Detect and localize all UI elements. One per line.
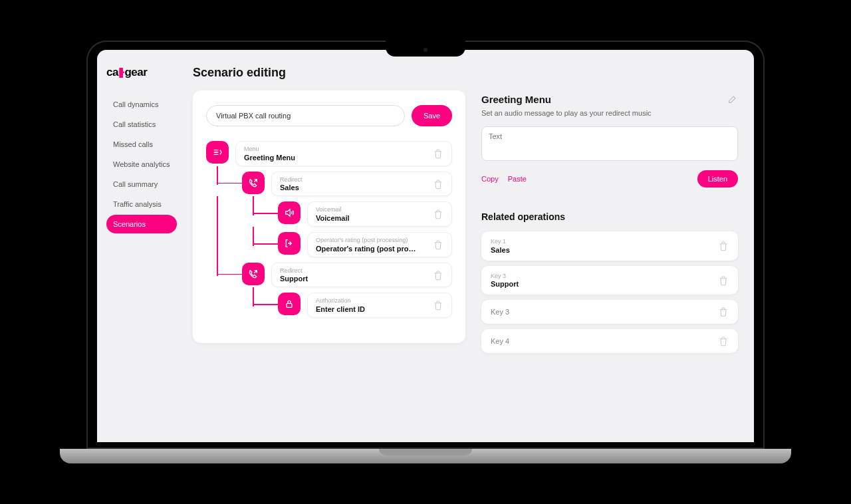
operation-row-key1[interactable]: Key 1 Sales (481, 231, 738, 261)
operation-row-key3-support[interactable]: Key 3 Support (481, 266, 738, 295)
sidebar-item-missed-calls[interactable]: Missed calls (106, 135, 177, 154)
listen-button[interactable]: Listen (697, 170, 738, 188)
trash-icon[interactable] (718, 307, 729, 317)
node-title-label: Voicemail (316, 214, 433, 222)
operation-label: Support (491, 280, 519, 288)
lock-icon (278, 293, 301, 315)
main-area: Scenario editing Save (183, 50, 754, 442)
node-type-label: Operator's rating (post processing) (316, 237, 433, 245)
panel-subtitle: Set an audio message to play as your red… (481, 109, 652, 117)
node-enter-client-id[interactable]: Authorization Enter client ID (206, 293, 452, 318)
edit-icon[interactable] (727, 94, 738, 104)
sidebar-item-call-statistics[interactable]: Call statistics (106, 115, 177, 134)
app-screen: ca|||·gear Call dynamics Call statistics… (97, 50, 754, 442)
page-title: Scenario editing (193, 66, 465, 80)
trash-icon[interactable] (433, 300, 443, 311)
operation-row-key3-empty[interactable]: Key 3 (481, 300, 738, 324)
scenario-card: Save Menu (193, 90, 465, 343)
speaker-icon (278, 201, 301, 224)
copy-button[interactable]: Copy (481, 175, 499, 183)
node-sales[interactable]: Redirect Sales (206, 172, 452, 197)
panel-title: Greeting Menu (481, 94, 652, 105)
svg-rect-0 (287, 304, 292, 308)
sidebar-item-scenarios[interactable]: Scenarios (106, 215, 177, 233)
sidebar-item-call-summary[interactable]: Call summary (106, 175, 177, 193)
scenario-column: Scenario editing Save (193, 66, 465, 442)
node-title-label: Sales (280, 184, 433, 191)
operation-key-label: Key 1 (491, 238, 510, 246)
node-type-label: Voicemail (316, 206, 433, 214)
camera-notch (386, 41, 465, 57)
sidebar-item-website-analytics[interactable]: Website analytics (106, 155, 177, 174)
sidebar: ca|||·gear Call dynamics Call statistics… (97, 50, 183, 442)
node-type-label: Redirect (280, 176, 433, 184)
scenario-tree: Menu Greeting Menu (206, 141, 452, 318)
trash-icon[interactable] (433, 179, 443, 189)
node-title-label: Greeting Menu (244, 154, 433, 162)
operation-row-key4-empty[interactable]: Key 4 (481, 329, 738, 353)
trash-icon[interactable] (433, 209, 443, 219)
node-title-label: Support (280, 275, 433, 283)
save-button[interactable]: Save (412, 105, 452, 126)
phone-redirect-icon (242, 172, 265, 194)
laptop-base (60, 449, 791, 463)
node-support[interactable]: Redirect Support (206, 263, 452, 288)
detail-panel: Greeting Menu Set an audio message to pl… (481, 66, 738, 442)
sidebar-item-traffic-analysis[interactable]: Traffic analysis (106, 195, 177, 213)
related-operations-title: Related operations (481, 211, 738, 222)
operation-label: Key 4 (491, 337, 509, 345)
menu-icon (206, 141, 229, 164)
operation-label: Sales (491, 246, 510, 254)
trash-icon[interactable] (718, 275, 729, 286)
logout-icon (278, 232, 301, 255)
trash-icon[interactable] (433, 239, 443, 250)
greeting-text-input[interactable] (481, 126, 738, 161)
app-logo: ca|||·gear (106, 66, 177, 79)
operation-label: Key 3 (491, 308, 509, 316)
phone-redirect-icon (242, 263, 265, 285)
laptop-frame: ca|||·gear Call dynamics Call statistics… (86, 41, 765, 463)
node-voicemail[interactable]: Voicemail Voicemail (206, 201, 452, 227)
trash-icon[interactable] (718, 241, 729, 251)
logo-text-right: gear (124, 66, 147, 78)
logo-text-left: ca (106, 66, 118, 78)
screen-bezel: ca|||·gear Call dynamics Call statistics… (86, 41, 765, 449)
operation-key-label: Key 3 (491, 273, 519, 281)
node-type-label: Redirect (280, 267, 433, 275)
sidebar-item-call-dynamics[interactable]: Call dynamics (106, 95, 177, 114)
scenario-name-input[interactable] (206, 105, 405, 126)
trash-icon[interactable] (718, 336, 729, 346)
node-type-label: Menu (244, 146, 433, 154)
trash-icon[interactable] (433, 270, 443, 281)
node-title-label: Enter client ID (316, 305, 433, 313)
node-operators-rating[interactable]: Operator's rating (post processing) Oper… (206, 232, 452, 257)
node-greeting-menu[interactable]: Menu Greeting Menu (206, 141, 452, 166)
node-title-label: Operator's rating (post pro… (316, 245, 433, 253)
paste-button[interactable]: Paste (508, 175, 527, 183)
trash-icon[interactable] (433, 148, 443, 159)
node-type-label: Authorization (316, 297, 433, 305)
